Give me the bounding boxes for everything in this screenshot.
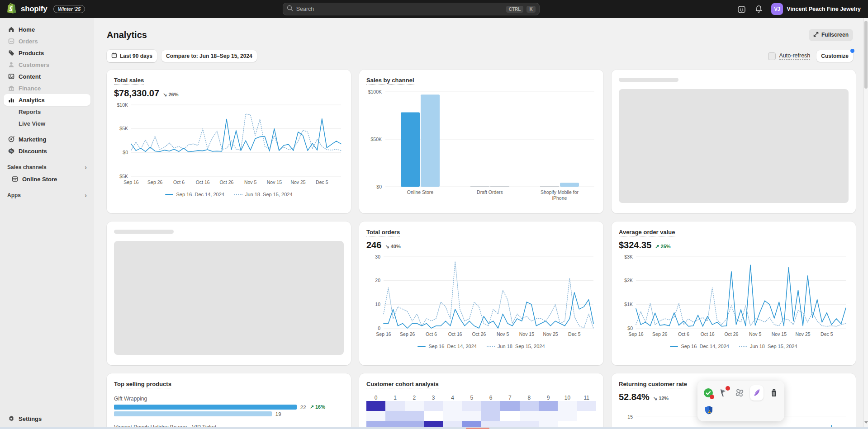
sidebar-item-finance[interactable]: Finance <box>4 82 90 94</box>
sidebar-item-label: Products <box>19 50 44 57</box>
feather-extension-icon-selected[interactable] <box>750 385 764 401</box>
sidekick-assistant-icon[interactable] <box>737 5 746 14</box>
card-title[interactable]: Total orders <box>366 229 400 236</box>
sidebar-item-discounts[interactable]: % Discounts <box>4 145 90 157</box>
cohort-cell <box>520 401 539 411</box>
cohort-cell <box>462 411 481 421</box>
cohort-column-headers: 01234567891011 <box>366 395 596 401</box>
date-range-label: Last 90 days <box>120 53 152 59</box>
cohort-cell <box>366 401 385 411</box>
svg-text:Oct 26: Oct 26 <box>219 179 233 185</box>
card-total-orders: Total orders 246 ↘ 40% 3020100Sep 16Sep … <box>359 222 603 365</box>
svg-text:$10K: $10K <box>117 102 128 108</box>
shopify-bag-icon <box>7 3 17 15</box>
sidebar-item-products[interactable]: Products <box>4 47 90 59</box>
browser-extensions-panel: ! <box>697 381 784 421</box>
page-scrollbar[interactable] <box>863 18 868 429</box>
search-input[interactable] <box>296 6 503 12</box>
cohort-cell <box>462 401 481 411</box>
cohort-cell <box>558 411 577 421</box>
sidebar-item-reports[interactable]: Reports <box>4 106 90 118</box>
sidebar: Home Orders Products Customers Content F… <box>0 18 94 429</box>
auto-refresh-label: Auto-refresh <box>779 52 811 60</box>
svg-text:$0: $0 <box>123 150 128 155</box>
sidebar-item-marketing[interactable]: Marketing <box>4 133 90 145</box>
auto-refresh-toggle[interactable]: Auto-refresh <box>768 52 811 60</box>
cohort-cell <box>405 411 424 421</box>
svg-text:$0: $0 <box>376 184 382 189</box>
shopify-logo[interactable]: shopify Winter '25 <box>7 3 85 15</box>
notification-badge <box>710 395 714 399</box>
customize-label: Customize <box>821 53 849 59</box>
cohort-cell <box>500 411 519 421</box>
sidebar-item-settings[interactable]: Settings <box>4 413 90 424</box>
sidebar-item-content[interactable]: Content <box>4 71 90 82</box>
total-orders-chart: 3020100Sep 16Sep 26Oct 6Oct 16Oct 26Nov … <box>366 252 596 341</box>
apps-section[interactable]: Apps › <box>4 189 90 201</box>
sidebar-item-online-store[interactable]: Online Store <box>4 173 90 185</box>
svg-text:Sep 16: Sep 16 <box>628 331 643 337</box>
svg-text:Oct 16: Oct 16 <box>448 331 462 337</box>
global-search[interactable]: CTRL K <box>283 3 540 15</box>
card-average-order-value: Average order value $324.35 ↗ 25% $3K$2K… <box>612 222 856 365</box>
fullscreen-button[interactable]: Fullscreen <box>809 29 853 41</box>
shield-warning-extension-icon[interactable]: ! <box>703 404 715 416</box>
account-menu[interactable]: VJ Vincent Peach Fine Jewelry <box>771 3 861 15</box>
sales-channels-section[interactable]: Sales channels › <box>4 161 90 173</box>
current-period-bar <box>114 405 297 410</box>
previous-period-bar <box>114 411 272 416</box>
sidebar-item-live-view[interactable]: Live View <box>4 118 90 129</box>
sales-by-channel-chart: $100K$50K$0Online StoreDraft OrdersShopi… <box>366 86 596 207</box>
cohort-cell <box>577 401 596 411</box>
notifications-bell-icon[interactable] <box>754 5 763 14</box>
aov-value: $324.35 <box>619 240 651 250</box>
home-icon <box>7 26 15 33</box>
trash-extension-icon[interactable] <box>768 387 779 399</box>
compare-button[interactable]: Compare to: Jun 18–Sep 15, 2024 <box>161 50 257 62</box>
svg-text:$0: $0 <box>627 325 633 331</box>
svg-text:Dec 5: Dec 5 <box>821 331 833 337</box>
green-check-extension-icon[interactable] <box>703 387 714 399</box>
orders-icon <box>7 38 15 45</box>
clover-extension-icon[interactable] <box>734 387 745 399</box>
card-title[interactable]: Sales by channel <box>366 77 414 85</box>
cohort-cell <box>366 411 385 421</box>
cohort-heatmap <box>366 401 596 429</box>
legend-dotted-swatch <box>739 346 747 347</box>
sales-channels-label: Sales channels <box>7 164 47 170</box>
flag-extension-icon[interactable] <box>719 387 729 399</box>
sidebar-item-label: Home <box>19 26 35 33</box>
sidebar-item-home[interactable]: Home <box>4 24 90 35</box>
skeleton-title-bar <box>114 230 174 234</box>
scrollbar-thumb[interactable] <box>864 21 868 89</box>
apps-label: Apps <box>7 192 21 198</box>
sidebar-item-analytics[interactable]: Analytics <box>4 94 90 106</box>
fullscreen-icon <box>813 32 819 38</box>
customize-button[interactable]: Customize <box>816 50 853 62</box>
chart-legend: Sep 16–Dec 14, 2024 Jun 18–Sep 15, 2024 <box>114 192 344 197</box>
card-title[interactable]: Returning customer rate <box>619 381 687 388</box>
finance-bank-icon <box>7 85 15 92</box>
auto-refresh-checkbox[interactable] <box>768 52 776 60</box>
skeleton-title-bar <box>619 78 678 82</box>
sidebar-item-label: Analytics <box>19 97 45 104</box>
card-loading-skeleton <box>612 70 856 213</box>
fullscreen-label: Fullscreen <box>821 32 849 38</box>
products-tag-icon <box>7 49 15 57</box>
sidebar-item-customers[interactable]: Customers <box>4 59 90 71</box>
product-bar-row: 19 <box>114 411 344 417</box>
cohort-cell <box>577 411 596 421</box>
date-range-button[interactable]: Last 90 days <box>107 50 157 62</box>
sidebar-item-orders[interactable]: Orders <box>4 35 90 47</box>
cohort-cell <box>500 401 519 411</box>
card-title[interactable]: Average order value <box>619 229 675 236</box>
scrollbar-down-arrow[interactable] <box>864 421 868 424</box>
card-title[interactable]: Total sales <box>114 77 144 85</box>
aov-chart: $3K$2K$1K$0Sep 16Sep 26Oct 6Oct 16Oct 26… <box>619 252 849 341</box>
card-title[interactable]: Customer cohort analysis <box>366 381 439 388</box>
svg-text:Nov 25: Nov 25 <box>543 331 558 337</box>
product-bar-row: 22↗ 16% <box>114 404 344 410</box>
card-title[interactable]: Top selling products <box>114 381 171 388</box>
sidebar-item-label: Orders <box>19 38 38 45</box>
legend-solid-swatch <box>165 194 173 195</box>
